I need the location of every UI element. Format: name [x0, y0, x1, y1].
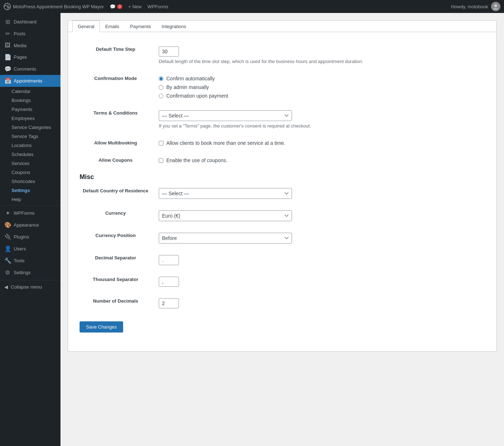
table-row-time-step: Default Time Step Default length of the … — [80, 41, 485, 70]
submenu-item-service-categories[interactable]: Service Categories — [0, 123, 60, 132]
howdy-text: Howdy, motobook — [451, 4, 488, 9]
comments-link[interactable]: 💬 0 — [110, 4, 123, 9]
table-row-number-decimals: Number of Decimals — [80, 293, 485, 314]
tab-payments[interactable]: Payments — [125, 21, 156, 32]
currency-position-select[interactable]: Before — [159, 233, 292, 244]
country-select[interactable]: — Select — — [159, 188, 292, 199]
submenu-item-payments[interactable]: Payments — [0, 105, 60, 114]
collapse-menu-button[interactable]: ◀ Collapse menu — [0, 282, 60, 292]
wpforms-adminbar-link[interactable]: WPForms — [147, 4, 168, 9]
table-row-country: Default Country of Residence — Select — — [80, 182, 485, 205]
admin-menu: ⊞ Dashboard ✏ Posts 🖼 Media 📄 Pages 💬 Co… — [0, 13, 60, 446]
site-name: MotoPress Appointment Booking WP Mayor — [13, 4, 104, 9]
thousand-separator-label: Thousand Separator — [80, 271, 159, 293]
multibooking-checkbox-label: Allow clients to book more than one serv… — [166, 140, 285, 146]
radio-confirm-admin-input[interactable] — [159, 85, 163, 90]
coupons-checkbox[interactable] — [159, 158, 163, 163]
thousand-separator-input[interactable] — [159, 277, 179, 287]
dashboard-icon: ⊞ — [4, 18, 11, 25]
radio-confirm-payment-input[interactable] — [159, 94, 163, 98]
submenu-item-shortcodes[interactable]: Shortcodes — [0, 177, 60, 186]
decimal-separator-label: Decimal Separator — [80, 249, 159, 271]
settings-icon: ⚙ — [4, 269, 11, 276]
coupons-checkbox-label: Enable the use of coupons. — [166, 157, 228, 163]
tab-emails[interactable]: Emails — [100, 21, 125, 32]
submenu-item-help[interactable]: Help — [0, 195, 60, 204]
media-icon: 🖼 — [4, 42, 11, 49]
radio-confirm-payment-label: Confirmation upon payment — [166, 93, 228, 99]
sidebar-item-label: Pages — [14, 54, 56, 60]
time-step-input[interactable] — [159, 46, 179, 57]
sidebar-item-plugins[interactable]: 🔌 Plugins — [0, 231, 60, 243]
tab-navigation: General Emails Payments Integrations — [68, 21, 496, 32]
submenu-item-coupons[interactable]: Coupons — [0, 168, 60, 177]
submenu-item-service-tags[interactable]: Service Tags — [0, 132, 60, 141]
avatar — [491, 2, 500, 11]
coupons-checkbox-item[interactable]: Enable the use of coupons. — [159, 157, 485, 163]
radio-confirm-admin[interactable]: By admin manually — [159, 84, 485, 90]
time-step-label: Default Time Step — [80, 41, 159, 70]
comments-icon: 💬 — [4, 66, 11, 72]
sidebar-item-media[interactable]: 🖼 Media — [0, 40, 60, 51]
table-row-multibooking: Allow Multibooking Allow clients to book… — [80, 134, 485, 152]
submenu-item-services[interactable]: Services — [0, 159, 60, 168]
sidebar-item-appearance[interactable]: 🎨 Appearance — [0, 219, 60, 231]
coupons-label: Allow Coupons — [80, 152, 159, 169]
form-table: Default Time Step Default length of the … — [80, 41, 485, 169]
submenu-item-schedules[interactable]: Schedules — [0, 150, 60, 159]
sidebar-item-tools[interactable]: 🔧 Tools — [0, 255, 60, 267]
table-row-terms: Terms & Conditions — Select — If you set… — [80, 104, 485, 134]
users-icon: 👤 — [4, 245, 11, 252]
number-decimals-label: Number of Decimals — [80, 293, 159, 314]
appointments-submenu: Calendar Bookings Payments Employees Ser… — [0, 87, 60, 204]
svg-point-1 — [494, 4, 497, 7]
radio-confirm-auto-input[interactable] — [159, 76, 163, 81]
multibooking-checkbox[interactable] — [159, 141, 163, 146]
sidebar-item-posts[interactable]: ✏ Posts — [0, 28, 60, 40]
sidebar-item-comments[interactable]: 💬 Comments — [0, 63, 60, 75]
sidebar-item-label: Tools — [14, 258, 56, 263]
sidebar-item-label: Users — [14, 246, 56, 251]
submenu-item-employees[interactable]: Employees — [0, 114, 60, 123]
submenu-item-locations[interactable]: Locations — [0, 141, 60, 150]
terms-select[interactable]: — Select — — [159, 110, 292, 121]
radio-confirm-payment[interactable]: Confirmation upon payment — [159, 93, 485, 99]
time-step-description: Default length of the time slot step, wh… — [159, 59, 485, 64]
table-row-thousand-separator: Thousand Separator — [80, 271, 485, 293]
radio-confirm-auto[interactable]: Confirm automatically — [159, 76, 485, 81]
sidebar-item-pages[interactable]: 📄 Pages — [0, 51, 60, 63]
currency-select[interactable]: Euro (€) — [159, 210, 292, 221]
sidebar-item-label: WPForms — [14, 210, 56, 216]
settings-wrap: General Emails Payments Integrations Def… — [68, 20, 497, 352]
settings-form-content: Default Time Step Default length of the … — [68, 32, 496, 351]
number-decimals-input[interactable] — [159, 298, 179, 308]
sidebar-item-label: Posts — [14, 31, 56, 36]
decimal-separator-input[interactable] — [159, 255, 179, 265]
new-content-link[interactable]: + New — [128, 4, 141, 9]
posts-icon: ✏ — [4, 30, 11, 37]
multibooking-checkbox-item[interactable]: Allow clients to book more than one serv… — [159, 140, 485, 146]
radio-confirm-admin-label: By admin manually — [166, 84, 209, 90]
sidebar-item-label: Media — [14, 43, 56, 48]
wp-logo[interactable]: MotoPress Appointment Booking WP Mayor — [4, 3, 104, 10]
radio-confirm-auto-label: Confirm automatically — [166, 76, 215, 81]
new-label: + New — [128, 4, 141, 9]
sidebar-item-settings-main[interactable]: ⚙ Settings — [0, 267, 60, 278]
form-table-misc: Default Country of Residence — Select — … — [80, 182, 485, 314]
terms-label: Terms & Conditions — [80, 104, 159, 134]
user-info[interactable]: Howdy, motobook — [451, 2, 500, 11]
pages-icon: 📄 — [4, 54, 11, 61]
submenu-item-calendar[interactable]: Calendar — [0, 87, 60, 96]
sidebar-item-label: Dashboard — [14, 19, 56, 24]
save-changes-button[interactable]: Save Changes — [80, 321, 123, 333]
main-content: General Emails Payments Integrations Def… — [60, 13, 504, 446]
tab-integrations[interactable]: Integrations — [156, 21, 192, 32]
sidebar-item-dashboard[interactable]: ⊞ Dashboard — [0, 16, 60, 28]
submenu-item-settings[interactable]: Settings — [0, 186, 60, 195]
wpforms-icon: ✦ — [4, 210, 11, 217]
tab-general[interactable]: General — [72, 21, 100, 32]
submenu-item-bookings[interactable]: Bookings — [0, 96, 60, 105]
sidebar-item-users[interactable]: 👤 Users — [0, 243, 60, 255]
sidebar-item-appointments[interactable]: 📅 Appointments — [0, 75, 60, 87]
sidebar-item-wpforms[interactable]: ✦ WPForms — [0, 207, 60, 219]
